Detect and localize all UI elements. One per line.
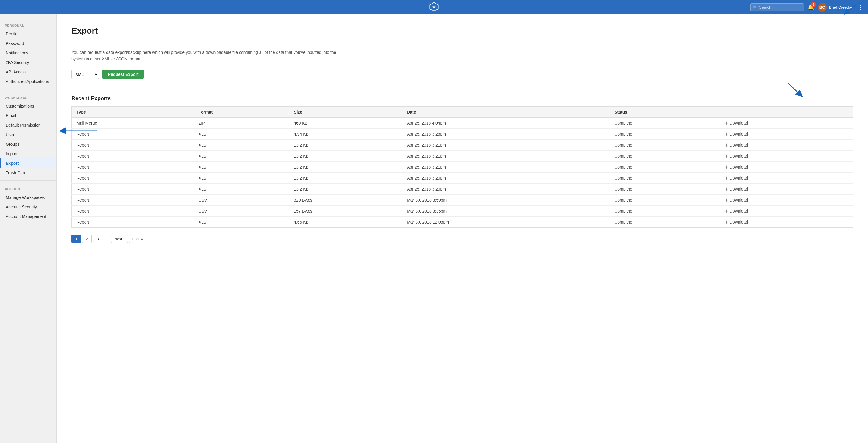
- cell-status: Complete: [610, 195, 720, 205]
- download-link[interactable]: ⬇Download: [725, 154, 848, 159]
- cell-format: XLS: [194, 162, 289, 172]
- cell-status: Complete: [610, 216, 720, 228]
- cell-date: Mar 30, 2018 12:08pm: [402, 216, 610, 228]
- cell-size: 4.65 KB: [289, 216, 402, 228]
- app-logo[interactable]: W: [429, 1, 439, 13]
- cell-format: XLS: [194, 150, 289, 162]
- topnav-right: 🔍 🔔 2 BC Brad Creedon ⋮: [750, 3, 863, 11]
- sidebar-item-authorized-applications[interactable]: Authorized Applications: [0, 77, 56, 86]
- download-icon: ⬇: [725, 154, 728, 159]
- download-icon: ⬇: [725, 132, 728, 136]
- cell-date: Apr 25, 2018 3:28pm: [402, 129, 610, 139]
- cell-size: 469 KB: [289, 117, 402, 129]
- col-action: [720, 106, 853, 117]
- download-link[interactable]: ⬇Download: [725, 143, 848, 147]
- format-select[interactable]: XML JSON: [71, 70, 99, 79]
- sidebar-item-groups[interactable]: Groups: [0, 139, 56, 149]
- download-link[interactable]: ⬇Download: [725, 176, 848, 180]
- download-icon: ⬇: [725, 187, 728, 192]
- cell-type: Report: [72, 205, 194, 216]
- page-2-button[interactable]: 2: [82, 235, 92, 243]
- page-description: You can request a data export/backup her…: [71, 49, 339, 62]
- sidebar-item-default-permission[interactable]: Default Permission: [0, 121, 56, 130]
- sidebar-item-api-access[interactable]: API Access: [0, 67, 56, 77]
- table-row: ReportXLS13.2 KBApr 25, 2018 3:21pmCompl…: [72, 150, 853, 162]
- table-row: ReportXLS13.2 KBApr 25, 2018 3:21pmCompl…: [72, 139, 853, 150]
- cell-type: Mail Merge: [72, 117, 194, 129]
- col-format: Format: [194, 106, 289, 117]
- download-link[interactable]: ⬇Download: [725, 187, 848, 192]
- last-button[interactable]: Last »: [129, 235, 146, 243]
- cell-action: ⬇Download: [720, 195, 853, 205]
- search-input[interactable]: [750, 3, 804, 11]
- sidebar-divider: [0, 224, 56, 225]
- sidebar-item-users[interactable]: Users: [0, 130, 56, 139]
- cell-action: ⬇Download: [720, 172, 853, 183]
- export-controls: XML JSON Request Export: [71, 70, 853, 79]
- request-export-button[interactable]: Request Export: [102, 70, 144, 79]
- download-link[interactable]: ⬇Download: [725, 132, 848, 136]
- cell-format: CSV: [194, 205, 289, 216]
- table-row: ReportCSV320 BytesMar 30, 2018 3:59pmCom…: [72, 195, 853, 205]
- table-body: Mail MergeZIP469 KBApr 25, 2018 4:04pmCo…: [72, 117, 853, 228]
- recent-exports-title: Recent Exports: [71, 96, 853, 102]
- cell-date: Apr 25, 2018 3:20pm: [402, 172, 610, 183]
- table-row: Mail MergeZIP469 KBApr 25, 2018 4:04pmCo…: [72, 117, 853, 129]
- next-button[interactable]: Next ›: [111, 235, 128, 243]
- cell-status: Complete: [610, 183, 720, 195]
- cell-format: CSV: [194, 195, 289, 205]
- cell-status: Complete: [610, 172, 720, 183]
- cell-type: Report: [72, 183, 194, 195]
- cell-type: Report: [72, 150, 194, 162]
- download-link[interactable]: ⬇Download: [725, 198, 848, 202]
- more-options-icon[interactable]: ⋮: [858, 4, 863, 10]
- cell-size: 4.94 KB: [289, 129, 402, 139]
- sidebar-section-personal: PERSONAL: [0, 20, 56, 29]
- section-divider: [71, 88, 853, 88]
- sidebar-item-account-security[interactable]: Account Security: [0, 202, 56, 212]
- sidebar-item-notifications[interactable]: Notifications: [0, 48, 56, 58]
- main-content: Export You can request a data export/bac…: [57, 14, 868, 443]
- cell-action: ⬇Download: [720, 150, 853, 162]
- cell-action: ⬇Download: [720, 162, 853, 172]
- download-link[interactable]: ⬇Download: [725, 209, 848, 213]
- sidebar-item-profile[interactable]: Profile: [0, 29, 56, 39]
- cell-type: Report: [72, 172, 194, 183]
- page-1-button[interactable]: 1: [71, 235, 81, 243]
- cell-size: 13.2 KB: [289, 139, 402, 150]
- sidebar-item-account-management[interactable]: Account Management: [0, 212, 56, 221]
- table-row: ReportCSV157 BytesMar 30, 2018 3:35pmCom…: [72, 205, 853, 216]
- cell-format: XLS: [194, 129, 289, 139]
- sidebar-item-email[interactable]: Email: [0, 111, 56, 121]
- sidebar-item-customizations[interactable]: Customizations: [0, 101, 56, 111]
- cell-format: XLS: [194, 183, 289, 195]
- table-header: Type Format Size Date Status: [72, 106, 853, 117]
- download-link[interactable]: ⬇Download: [725, 220, 848, 225]
- download-link[interactable]: ⬇Download: [725, 121, 848, 126]
- cell-action: ⬇Download: [720, 117, 853, 129]
- cell-date: Apr 25, 2018 3:20pm: [402, 183, 610, 195]
- sidebar-item-trash-can[interactable]: Trash Can: [0, 168, 56, 177]
- cell-format: XLS: [194, 172, 289, 183]
- cell-status: Complete: [610, 162, 720, 172]
- cell-date: Apr 25, 2018 3:21pm: [402, 139, 610, 150]
- top-navigation: W 🔍 🔔 2 BC Brad Creedon ⋮: [0, 0, 868, 14]
- cell-format: XLS: [194, 139, 289, 150]
- sidebar-item-export[interactable]: Export: [0, 159, 56, 168]
- search-wrap: 🔍: [750, 3, 804, 11]
- sidebar-item-password[interactable]: Password: [0, 39, 56, 48]
- page-3-button[interactable]: 3: [93, 235, 102, 243]
- username-label: Brad Creedon: [829, 5, 853, 9]
- download-link[interactable]: ⬇Download: [725, 165, 848, 169]
- cell-date: Apr 25, 2018 4:04pm: [402, 117, 610, 129]
- notifications-bell[interactable]: 🔔 2: [808, 4, 814, 10]
- sidebar-item-2fa-security[interactable]: 2FA Security: [0, 58, 56, 67]
- sidebar-item-manage-workspaces[interactable]: Manage Workspaces: [0, 193, 56, 202]
- page-layout: PERSONALProfilePasswordNotifications2FA …: [0, 14, 868, 443]
- sidebar-item-import[interactable]: Import: [0, 149, 56, 159]
- cell-type: Report: [72, 129, 194, 139]
- table-row: ReportXLS4.65 KBMar 30, 2018 12:08pmComp…: [72, 216, 853, 228]
- svg-text:W: W: [432, 5, 436, 9]
- cell-status: Complete: [610, 129, 720, 139]
- user-menu[interactable]: BC Brad Creedon: [818, 3, 853, 11]
